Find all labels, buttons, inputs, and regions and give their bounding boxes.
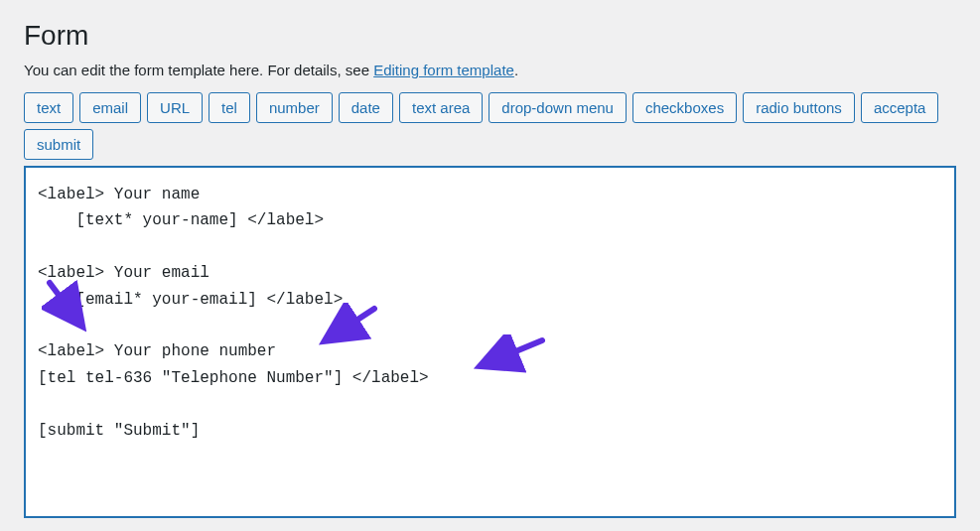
- tag-url-button[interactable]: URL: [147, 92, 203, 123]
- description-prefix: You can edit the form template here. For…: [24, 62, 373, 78]
- tag-dropdown-button[interactable]: drop-down menu: [489, 92, 627, 123]
- section-description: You can edit the form template here. For…: [24, 62, 956, 78]
- tag-tel-button[interactable]: tel: [209, 92, 250, 123]
- editor-wrapper: [24, 166, 956, 522]
- description-suffix: .: [514, 62, 518, 78]
- tag-checkboxes-button[interactable]: checkboxes: [632, 92, 737, 123]
- tag-date-button[interactable]: date: [339, 92, 393, 123]
- tag-submit-button[interactable]: submit: [24, 129, 93, 160]
- tag-textarea-button[interactable]: text area: [399, 92, 483, 123]
- tag-acceptance-button[interactable]: accepta: [861, 92, 939, 123]
- editing-template-link[interactable]: Editing form template: [373, 62, 514, 78]
- form-template-editor[interactable]: [24, 166, 956, 518]
- tag-number-button[interactable]: number: [256, 92, 333, 123]
- tag-buttons-row-2: submit: [24, 129, 956, 160]
- section-heading: Form: [24, 20, 956, 52]
- tag-buttons-row-1: text email URL tel number date text area…: [24, 92, 956, 123]
- tag-radio-button[interactable]: radio buttons: [743, 92, 855, 123]
- tag-email-button[interactable]: email: [79, 92, 141, 123]
- tag-text-button[interactable]: text: [24, 92, 73, 123]
